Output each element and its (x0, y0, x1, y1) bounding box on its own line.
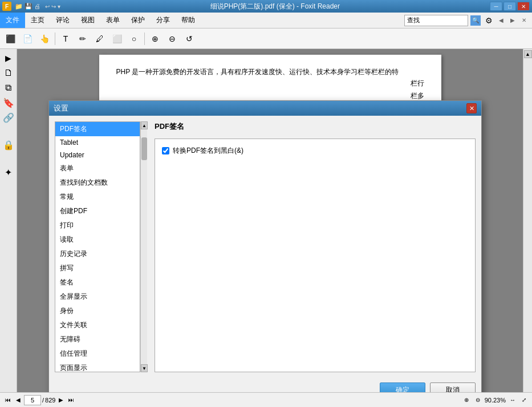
list-item-signature[interactable]: 签名 (55, 275, 140, 290)
menu-item-form[interactable]: 表单 (100, 13, 125, 28)
dialog-section-box: 转换PDF签名到黑白(&) (155, 139, 476, 372)
list-item-print[interactable]: 打印 (55, 218, 140, 233)
toolbar-btn-4[interactable]: T (58, 31, 74, 47)
dialog-list-scrollbar: ▲ ▼ (140, 121, 147, 372)
dialog-title-bar: 设置 ✕ (49, 101, 481, 116)
scroll-down-button[interactable]: ▼ (141, 364, 148, 372)
settings-dialog: 设置 ✕ PDF签名 Tablet Updater 表单 查找到的文档数 常规 (48, 100, 482, 392)
close-button[interactable]: ✕ (517, 2, 530, 11)
toolbar-btn-3[interactable]: 👆 (36, 31, 52, 47)
toolbar-sep-2 (144, 32, 145, 45)
sidebar-stamp-icon[interactable]: ✦ (2, 165, 15, 179)
toolbar-btn-1[interactable]: ⬛ (2, 31, 18, 47)
sidebar-link-icon[interactable]: 🔗 (2, 111, 15, 124)
first-page-button[interactable]: ⏮ (3, 396, 13, 405)
toolbar-btn-10[interactable]: ⊖ (164, 31, 180, 47)
gear-button[interactable]: ⚙ (483, 15, 494, 26)
pdf-signature-checkbox[interactable] (162, 147, 169, 154)
sidebar-collapse-btn[interactable]: ▶ (2, 51, 15, 65)
sidebar-layers-icon[interactable]: ⧉ (2, 81, 15, 95)
page-input[interactable] (24, 395, 41, 405)
toolbar-btn-2[interactable]: 📄 (19, 31, 35, 47)
sidebar-bookmark-icon[interactable]: 🔖 (2, 96, 15, 109)
list-item-form[interactable]: 表单 (55, 161, 140, 176)
minimize-button[interactable]: ─ (490, 2, 502, 11)
nav-extra-button[interactable]: ✕ (519, 15, 529, 26)
list-item-identity[interactable]: 身份 (55, 304, 140, 318)
list-item-general[interactable]: 常规 (55, 190, 140, 204)
nav-forward-button[interactable]: ▶ (508, 15, 517, 26)
list-item-spelling[interactable]: 拼写 (55, 261, 140, 275)
dialog-list-container: PDF签名 Tablet Updater 表单 查找到的文档数 常规 创建PDF… (55, 121, 149, 372)
menu-item-help[interactable]: 帮助 (176, 13, 201, 28)
search-button[interactable]: 🔍 (470, 15, 481, 26)
toolbar-btn-7[interactable]: ⬜ (109, 31, 125, 47)
toolbar-btn-8[interactable]: ○ (126, 31, 142, 47)
toolbar: ⬛ 📄 👆 T ✏ 🖊 ⬜ ○ ⊕ ⊖ ↺ (0, 29, 532, 49)
menu-item-view[interactable]: 视图 (75, 13, 100, 28)
maximize-button[interactable]: □ (503, 2, 516, 11)
left-sidebar: ▶ 🗋 ⧉ 🔖 🔗 🔒 ✦ (0, 49, 17, 392)
pdf-area: PHP 是一种开源免费的开发语言，具有程序开发速度快、运行快、技术本身学习栏等栏… (17, 49, 523, 392)
list-item-read[interactable]: 读取 (55, 233, 140, 247)
list-item-tablet[interactable]: Tablet (55, 136, 140, 149)
confirm-button[interactable]: 确定 (380, 382, 425, 392)
dialog-footer: 确定 取消 (49, 378, 481, 392)
dialog-overlay: 设置 ✕ PDF签名 Tablet Updater 表单 查找到的文档数 常规 (17, 49, 523, 392)
window-title: 细说PHP(第二版).pdf (保全) - Foxit Reader (210, 2, 340, 11)
list-item-history[interactable]: 历史记录 (55, 247, 140, 261)
list-item-pdf-signature[interactable]: PDF签名 (55, 122, 140, 136)
list-item-trust[interactable]: 信任管理 (55, 347, 140, 361)
page-separator: / (42, 397, 44, 404)
zoom-in-button[interactable]: ⊕ (462, 396, 471, 405)
next-page-button[interactable]: ▶ (56, 396, 66, 405)
dialog-list: PDF签名 Tablet Updater 表单 查找到的文档数 常规 创建PDF… (55, 121, 140, 372)
scroll-up-button[interactable]: ▲ (141, 121, 148, 129)
sidebar-page-icon[interactable]: 🗋 (2, 66, 15, 80)
fit-width-button[interactable]: ↔ (508, 396, 517, 405)
list-item-fullscreen[interactable]: 全屏显示 (55, 290, 140, 304)
zoom-out-button[interactable]: ⊖ (473, 396, 482, 405)
prev-page-button[interactable]: ◀ (14, 396, 23, 405)
menu-item-share[interactable]: 分享 (151, 13, 176, 28)
title-bar-left: F 📁 💾 🖨 ↩ ↪ ▾ (2, 2, 60, 11)
last-page-button[interactable]: ⏭ (67, 396, 76, 405)
total-pages: 829 (45, 397, 55, 404)
nav-back-button[interactable]: ◀ (497, 15, 506, 26)
menu-item-file[interactable]: 文件 (0, 13, 25, 28)
scroll-thumb[interactable] (141, 137, 147, 160)
toolbar-btn-11[interactable]: ↺ (181, 31, 197, 47)
status-bar: ⏮ ◀ / 829 ▶ ⏭ ⊕ ⊖ 90.23% ↔ ⤢ (0, 392, 532, 407)
list-item-accessibility[interactable]: 无障碍 (55, 332, 140, 347)
dialog-section-title: PDF签名 (155, 121, 476, 132)
search-label: 查找 (407, 16, 420, 25)
zoom-level: 90.23% (485, 397, 506, 404)
dialog-close-button[interactable]: ✕ (466, 103, 477, 113)
search-area: 查找 🔍 ⚙ ◀ ▶ ✕ (401, 13, 532, 28)
toolbar-btn-5[interactable]: ✏ (75, 31, 91, 47)
toolbar-sep-1 (55, 32, 55, 45)
menu-item-comment[interactable]: 评论 (50, 13, 75, 28)
menu-item-home[interactable]: 主页 (25, 13, 50, 28)
toolbar-btn-6[interactable]: 🖊 (92, 31, 108, 47)
right-sidebar: ▲ (523, 49, 532, 392)
menu-bar: 文件 主页 评论 视图 表单 保护 分享 帮助 查找 🔍 ⚙ ◀ ▶ ✕ (0, 13, 532, 29)
app-icon: F (2, 2, 11, 11)
main-area: ▶ 🗋 ⧉ 🔖 🔗 🔒 ✦ PHP 是一种开源免费的开发语言，具有程序开发速度快… (0, 49, 532, 392)
list-item-file-assoc[interactable]: 文件关联 (55, 318, 140, 332)
fit-page-button[interactable]: ⤢ (519, 396, 529, 405)
list-item-create-pdf[interactable]: 创建PDF (55, 204, 140, 218)
list-item-page-display[interactable]: 页面显示 (55, 361, 140, 372)
checkbox-label: 转换PDF签名到黑白(&) (173, 146, 243, 156)
list-item-updater[interactable]: Updater (55, 149, 140, 161)
right-sidebar-scroll-up[interactable]: ▲ (524, 50, 532, 58)
list-item-find-docs[interactable]: 查找到的文档数 (55, 176, 140, 190)
status-nav: ⏮ ◀ / 829 ▶ ⏭ (3, 395, 76, 405)
search-input[interactable] (420, 17, 465, 25)
menu-item-protect[interactable]: 保护 (125, 13, 151, 28)
dialog-body: PDF签名 Tablet Updater 表单 查找到的文档数 常规 创建PDF… (49, 116, 481, 378)
cancel-button[interactable]: 取消 (430, 382, 476, 392)
sidebar-lock-icon[interactable]: 🔒 (2, 138, 15, 152)
toolbar-btn-9[interactable]: ⊕ (147, 31, 163, 47)
title-bar: F 📁 💾 🖨 ↩ ↪ ▾ 细说PHP(第二版).pdf (保全) - Foxi… (0, 0, 532, 13)
